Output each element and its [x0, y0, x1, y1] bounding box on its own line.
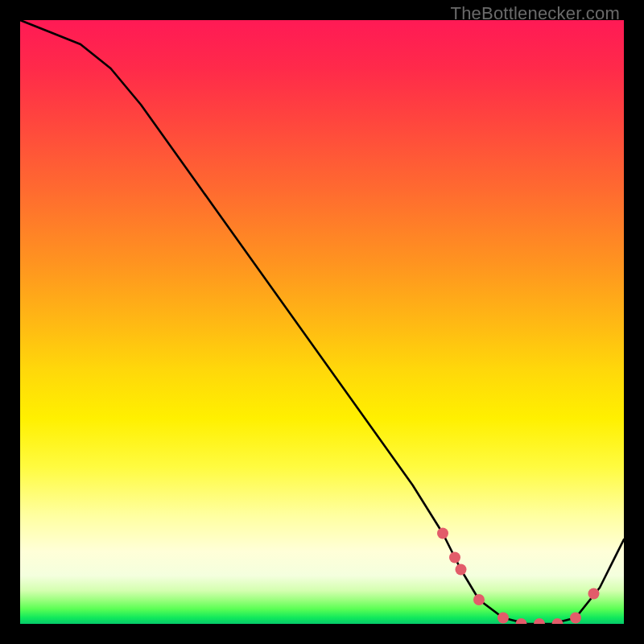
bottleneck-curve [20, 20, 624, 624]
curve-marker [473, 594, 485, 605]
curve-marker [516, 618, 527, 624]
curve-marker [534, 618, 545, 624]
curve-marker [588, 588, 600, 600]
attribution-text: TheBottlenecker.com [451, 3, 620, 24]
curve-marker [552, 618, 564, 624]
curve-layer [20, 20, 624, 624]
curve-marker [497, 613, 509, 624]
curve-markers [437, 528, 600, 625]
chart-stage: TheBottlenecker.com [0, 0, 644, 644]
curve-marker [449, 552, 460, 564]
curve-marker [570, 613, 581, 624]
plot-area [20, 20, 624, 624]
curve-marker [456, 564, 467, 576]
curve-marker [437, 528, 448, 539]
